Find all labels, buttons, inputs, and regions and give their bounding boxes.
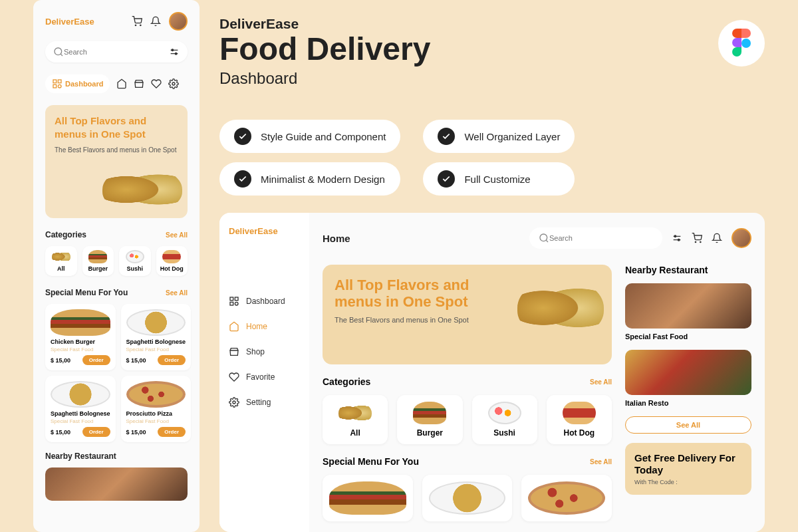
search-icon	[539, 233, 549, 243]
check-icon	[234, 170, 251, 188]
menu-card[interactable]	[422, 475, 513, 521]
category-burger[interactable]: Burger	[82, 246, 114, 276]
home-icon[interactable]	[116, 78, 127, 89]
order-button[interactable]: Order	[82, 355, 110, 365]
gear-icon	[229, 397, 239, 408]
categories-see-all[interactable]: See All	[166, 231, 188, 239]
svg-point-1	[140, 25, 141, 25]
cart-icon[interactable]	[692, 233, 702, 243]
nearby-see-all-button[interactable]: See All	[625, 416, 751, 434]
special-menu-see-all[interactable]: See All	[590, 458, 612, 466]
svg-point-6	[172, 49, 174, 51]
svg-rect-14	[230, 297, 233, 301]
nav-setting[interactable]: Setting	[229, 397, 300, 408]
bell-icon[interactable]	[150, 16, 161, 27]
hero-title: All Top Flavors and menus in One Spot	[334, 277, 520, 311]
sushi-icon	[126, 250, 144, 263]
heart-icon[interactable]	[151, 78, 162, 89]
category-sushi[interactable]: Sushi	[119, 246, 151, 276]
svg-point-12	[172, 82, 175, 85]
order-button[interactable]: Order	[158, 355, 186, 365]
menu-card[interactable]: Spaghetti BologneseSpecial Fast Food$ 15…	[45, 376, 116, 442]
menu-card[interactable]: Chicken BurgerSpecial Fast Food$ 15,00Or…	[45, 304, 116, 370]
bell-icon[interactable]	[712, 233, 722, 243]
promo-banner: Get Free Delivery For Today With The Cod…	[625, 443, 751, 495]
order-button[interactable]: Order	[82, 427, 110, 437]
home-icon	[229, 321, 239, 332]
page-title: Home	[323, 233, 350, 244]
categories-heading: Categories	[323, 376, 370, 387]
feature-pill: Well Organized Layer	[423, 120, 575, 153]
sidebar: DeliverEase Dashboard Home Shop Favorite…	[219, 213, 309, 532]
svg-point-13	[741, 39, 751, 48]
search-input[interactable]	[64, 48, 169, 56]
figma-icon	[732, 29, 751, 58]
pizza-image	[126, 381, 186, 408]
search-input[interactable]	[549, 234, 653, 242]
dashboard-icon	[52, 78, 63, 89]
feature-pill: Minimalist & Modern Design	[219, 162, 400, 196]
category-sushi[interactable]: Sushi	[472, 395, 537, 444]
search-icon	[53, 47, 64, 57]
menu-card[interactable]	[323, 475, 413, 521]
check-icon	[438, 128, 455, 145]
svg-rect-8	[53, 80, 57, 83]
filter-icon[interactable]	[169, 47, 180, 57]
avatar[interactable]	[732, 228, 751, 248]
svg-rect-10	[53, 84, 57, 88]
category-hotdog[interactable]: Hot Dog	[547, 395, 612, 444]
check-icon	[438, 170, 455, 188]
svg-point-2	[55, 48, 62, 55]
category-burger[interactable]: Burger	[397, 395, 462, 444]
nav-dashboard[interactable]: Dashboard	[45, 74, 110, 93]
hero-brand: DeliverEase	[219, 16, 430, 32]
nearby-heading: Nearby Restaurant	[625, 265, 751, 275]
feature-pill: Style Guide and Component	[219, 120, 400, 153]
cart-icon[interactable]	[132, 16, 142, 27]
nav-shop[interactable]: Shop	[229, 346, 300, 357]
figma-badge	[718, 20, 765, 66]
restaurant-card[interactable]: Italian Resto	[625, 350, 751, 407]
category-hotdog[interactable]: Hot Dog	[156, 246, 188, 276]
promo-title: Get Free Delivery For Today	[634, 452, 742, 476]
avatar[interactable]	[169, 12, 188, 31]
search-bar[interactable]	[529, 227, 662, 249]
marketing-hero: DeliverEase Food Delivery Dashboard	[219, 16, 430, 88]
menu-card[interactable]: Spaghetti BologneseSpecial Fast Food$ 15…	[121, 304, 192, 370]
restaurant-image	[45, 467, 188, 501]
hotdog-icon	[563, 402, 596, 424]
search-bar[interactable]	[45, 41, 188, 63]
hero-subtitle: Dashboard	[219, 69, 430, 88]
svg-rect-16	[230, 302, 233, 305]
nav-home[interactable]: Home	[229, 321, 300, 332]
shop-icon[interactable]	[134, 78, 144, 89]
special-menu-heading: Special Menu For You	[323, 456, 419, 467]
nearby-heading: Nearby Restaurant	[45, 452, 116, 461]
dashboard-preview: DeliverEase Dashboard Home Shop Favorite…	[219, 213, 765, 532]
restaurant-card[interactable]: Special Fast Food	[625, 283, 751, 340]
restaurant-image	[625, 350, 751, 395]
categories-see-all[interactable]: See All	[590, 378, 612, 386]
nav-dashboard[interactable]: Dashboard	[229, 296, 300, 307]
pasta-image	[126, 309, 186, 336]
sushi-icon	[488, 402, 521, 424]
filter-icon[interactable]	[672, 233, 682, 243]
menu-card[interactable]: Prosciutto PizzaSpecial Fast Food$ 15,00…	[121, 376, 192, 442]
hotdog-icon	[162, 250, 181, 263]
pasta-image	[429, 481, 506, 515]
svg-point-0	[135, 25, 136, 25]
mobile-preview-panel: DeliverEase Dashboard All Top Flavors an…	[33, 0, 200, 532]
order-button[interactable]: Order	[158, 427, 186, 437]
burger-icon	[88, 250, 107, 263]
feature-list: Style Guide and Component Well Organized…	[219, 120, 575, 196]
category-all[interactable]: All	[323, 395, 388, 444]
category-all[interactable]: All	[45, 246, 77, 276]
brand-logo: DeliverEase	[45, 17, 94, 27]
nav-favorite[interactable]: Favorite	[229, 372, 300, 382]
menu-card[interactable]	[521, 475, 612, 521]
heart-icon	[229, 372, 239, 382]
hero-banner: All Top Flavors and menus in One Spot Th…	[45, 105, 188, 218]
gear-icon[interactable]	[168, 78, 179, 89]
special-menu-see-all[interactable]: See All	[166, 289, 188, 297]
svg-point-23	[674, 235, 676, 237]
